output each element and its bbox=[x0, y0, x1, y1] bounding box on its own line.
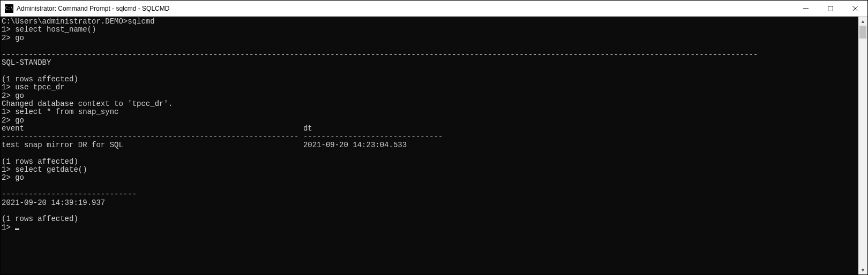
command-prompt-window: C:\ Administrator: Command Prompt - sqlc… bbox=[0, 0, 868, 275]
titlebar[interactable]: C:\ Administrator: Command Prompt - sqlc… bbox=[1, 1, 867, 17]
cursor bbox=[15, 228, 19, 230]
close-button[interactable] bbox=[843, 1, 867, 17]
chevron-down-icon: ▼ bbox=[860, 268, 865, 273]
scroll-down-button[interactable]: ▼ bbox=[858, 265, 867, 274]
scrollbar-thumb[interactable] bbox=[859, 26, 866, 39]
cmd-icon: C:\ bbox=[5, 4, 13, 13]
window-title: Administrator: Command Prompt - sqlcmd -… bbox=[17, 5, 169, 12]
minimize-button[interactable] bbox=[794, 1, 818, 17]
minimize-icon bbox=[803, 6, 809, 11]
svg-rect-1 bbox=[828, 6, 833, 11]
vertical-scrollbar[interactable]: ▲ ▼ bbox=[858, 17, 867, 274]
chevron-up-icon: ▲ bbox=[860, 19, 865, 24]
maximize-icon bbox=[828, 6, 833, 11]
scroll-up-button[interactable]: ▲ bbox=[858, 17, 867, 26]
cmd-icon-label: C:\ bbox=[5, 6, 13, 11]
client-area: C:\Users\administrator.DEMO>sqlcmd 1> se… bbox=[1, 17, 867, 274]
scrollbar-track[interactable] bbox=[858, 26, 867, 265]
maximize-button[interactable] bbox=[818, 1, 843, 17]
close-icon bbox=[852, 5, 858, 12]
terminal-output[interactable]: C:\Users\administrator.DEMO>sqlcmd 1> se… bbox=[1, 17, 858, 274]
